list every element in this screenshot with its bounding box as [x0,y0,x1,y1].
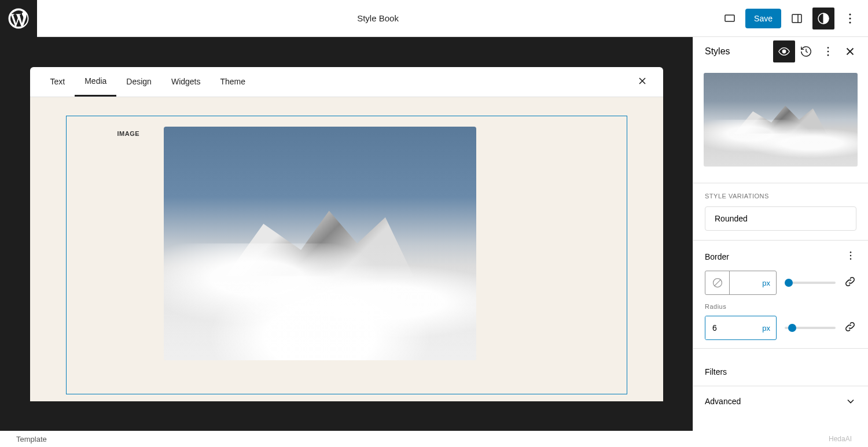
editor-canvas-area: Text Media Design Widgets Theme Image [0,37,693,431]
stylebook-view-button[interactable] [773,40,795,62]
filters-label: Filters [705,367,727,376]
advanced-panel-button[interactable]: Advanced [693,386,868,416]
radius-heading: Radius [693,303,868,310]
svg-line-19 [714,279,721,286]
no-color-icon [712,277,723,289]
close-stylebook-button[interactable] [632,71,653,94]
block-type-label: Image [117,127,164,359]
svg-point-4 [849,13,851,15]
block-preview [693,66,868,173]
history-icon [800,45,812,58]
save-button[interactable]: Save [745,9,781,28]
top-toolbar: Style Book Save [0,0,868,37]
svg-point-10 [827,47,829,49]
radius-input-group: px [705,316,777,340]
chevron-down-icon [845,396,856,407]
view-device-button[interactable] [719,8,741,29]
style-variations-heading: Style Variations [705,193,856,200]
image-block-preview[interactable]: Image [66,116,627,394]
border-width-slider[interactable] [785,282,836,284]
link-icon [844,275,856,288]
border-options-button[interactable] [845,250,856,264]
wordpress-icon [6,6,31,31]
border-panel-header: Border [693,250,868,264]
close-icon [637,75,648,87]
svg-point-6 [849,21,851,23]
settings-sidebar-toggle[interactable] [786,8,808,29]
border-width-unit[interactable]: px [730,271,776,294]
revisions-button[interactable] [795,40,817,62]
link-icon [844,320,856,333]
more-vertical-icon [843,12,857,25]
footer-brand: HedaAI [829,435,852,443]
stylebook-frame: Text Media Design Widgets Theme Image [30,67,663,401]
radius-unit[interactable]: px [756,316,776,339]
wordpress-logo-button[interactable] [0,0,37,37]
more-vertical-icon [845,250,856,261]
variation-rounded[interactable]: Rounded [705,206,856,231]
link-corners-button[interactable] [844,320,856,335]
example-image [164,127,476,360]
sidebar-icon [790,12,804,25]
page-title: Style Book [37,13,719,23]
styles-toggle[interactable] [812,8,834,29]
close-icon [844,45,856,58]
border-heading: Border [705,252,729,261]
styles-sidebar: Styles Style Variations Rounded Border [693,37,868,431]
svg-point-5 [849,17,851,19]
eye-icon [778,45,790,58]
border-radius-slider[interactable] [785,327,836,329]
stylebook-tabs: Text Media Design Widgets Theme [30,67,663,97]
toolbar-right: Save [719,8,868,29]
svg-point-11 [827,51,829,53]
border-width-control: px [693,271,868,295]
tab-design[interactable]: Design [116,68,161,97]
styles-more-button[interactable] [817,40,839,62]
editor-footer: Template HedaAI [0,431,868,447]
style-variations-section: Style Variations Rounded [693,193,868,231]
tab-media[interactable]: Media [75,67,116,97]
link-sides-button[interactable] [844,275,856,290]
filters-panel-button[interactable]: Filters [693,358,868,386]
svg-point-12 [827,54,829,56]
svg-point-17 [850,258,852,260]
sidebar-header: Styles [693,37,868,66]
stylebook-body: Image [30,97,663,401]
border-color-button[interactable] [705,271,730,294]
slider-thumb[interactable] [785,279,793,287]
svg-point-15 [850,252,852,253]
styles-contrast-icon [816,12,830,25]
options-button[interactable] [839,8,861,29]
more-vertical-icon [822,45,834,58]
svg-rect-1 [792,14,801,23]
slider-thumb[interactable] [788,324,796,332]
desktop-icon [723,12,737,25]
border-radius-control: px [693,316,868,340]
tab-widgets[interactable]: Widgets [161,68,211,97]
close-sidebar-button[interactable] [839,40,861,62]
preview-thumbnail [704,73,858,167]
advanced-label: Advanced [705,397,741,406]
border-input-group: px [705,271,777,295]
breadcrumb-template[interactable]: Template [16,435,47,444]
radius-value-input[interactable] [705,316,756,339]
tab-theme[interactable]: Theme [211,68,256,97]
svg-rect-0 [725,15,734,21]
tab-text[interactable]: Text [41,68,75,97]
svg-point-9 [782,50,786,53]
svg-point-16 [850,255,852,257]
sidebar-title: Styles [705,46,773,57]
